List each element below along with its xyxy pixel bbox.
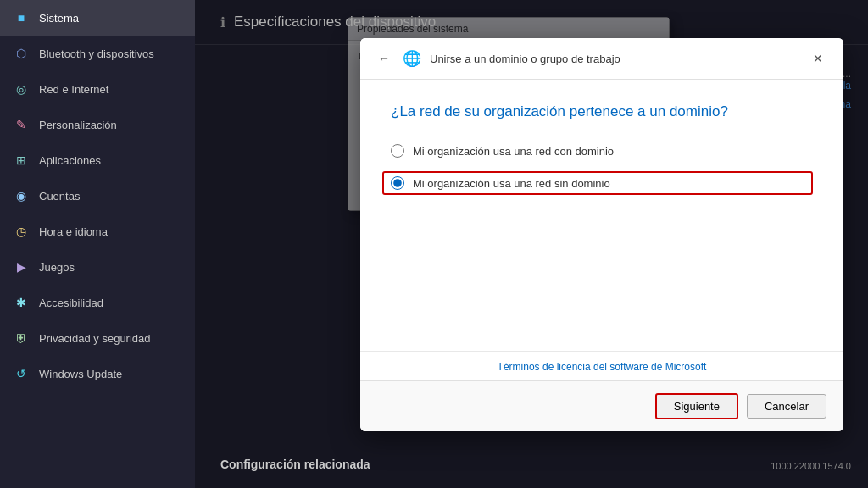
- sidebar-item-windows-update[interactable]: ↺ Windows Update: [0, 356, 195, 391]
- sidebar-label-accesibilidad: Accesibilidad: [39, 297, 103, 309]
- sidebar-label-bluetooth: Bluetooth y dispositivos: [39, 47, 154, 60]
- sidebar-label-juegos: Juegos: [39, 261, 75, 274]
- sidebar-item-bluetooth[interactable]: ⬡ Bluetooth y dispositivos: [0, 36, 195, 71]
- hora-icon: ◷: [14, 224, 29, 239]
- config-relacionada-label: Configuración relacionada: [220, 458, 843, 471]
- join-domain-dialog: ← 🌐 Unirse a un dominio o grupo de traba…: [360, 38, 843, 431]
- sistema-icon: ■: [14, 10, 29, 25]
- terms-link[interactable]: Términos de licencia del software de Mic…: [498, 361, 707, 373]
- sidebar-label-privacidad: Privacidad y seguridad: [39, 332, 151, 345]
- sidebar-item-cuentas[interactable]: ◉ Cuentas: [0, 178, 195, 214]
- dialog-question: ¿La red de su organización pertenece a u…: [391, 103, 813, 120]
- privacidad-icon: ⛨: [14, 330, 29, 346]
- version-text: 1000.22000.1574.0: [771, 461, 851, 471]
- cancelar-button[interactable]: Cancelar: [747, 394, 826, 419]
- sidebar-item-accesibilidad[interactable]: ✱ Accesibilidad: [0, 285, 195, 320]
- bottom-section: Configuración relacionada: [220, 458, 843, 471]
- sidebar-label-update: Windows Update: [39, 368, 122, 380]
- main-content: ℹ Especificaciones del dispositivo N... …: [195, 0, 868, 488]
- dialog-titlebar: ← 🌐 Unirse a un dominio o grupo de traba…: [360, 38, 843, 80]
- sidebar: ■ Sistema ⬡ Bluetooth y dispositivos ◎ R…: [0, 0, 195, 488]
- sidebar-label-sistema: Sistema: [39, 12, 79, 25]
- sidebar-item-personalizacion[interactable]: ✎ Personalización: [0, 107, 195, 142]
- radio-sin-dominio-label: Mi organización usa una red sin dominio: [413, 177, 610, 190]
- sidebar-label-cuentas: Cuentas: [39, 190, 80, 202]
- radio-dominio-input[interactable]: [391, 144, 404, 158]
- personalizacion-icon: ✎: [14, 117, 29, 132]
- dialog-body: ¿La red de su organización pertenece a u…: [360, 80, 843, 351]
- radio-option-dominio[interactable]: Mi organización usa una red con dominio: [391, 144, 813, 158]
- back-button[interactable]: ←: [374, 48, 394, 69]
- red-icon: ◎: [14, 81, 29, 97]
- sidebar-item-privacidad[interactable]: ⛨ Privacidad y seguridad: [0, 320, 195, 356]
- radio-dominio-label: Mi organización usa una red con dominio: [413, 145, 614, 158]
- sidebar-label-aplicaciones: Aplicaciones: [39, 154, 101, 167]
- aplicaciones-icon: ⊞: [14, 152, 29, 168]
- sidebar-label-hora: Hora e idioma: [39, 225, 108, 238]
- close-button[interactable]: ✕: [806, 47, 830, 70]
- radio-option-sin-dominio[interactable]: Mi organización usa una red sin dominio: [382, 171, 813, 195]
- bluetooth-icon: ⬡: [14, 46, 29, 61]
- dialog-title-left: ← 🌐 Unirse a un dominio o grupo de traba…: [374, 48, 620, 69]
- sidebar-item-hora[interactable]: ◷ Hora e idioma: [0, 214, 195, 249]
- sidebar-item-aplicaciones[interactable]: ⊞ Aplicaciones: [0, 142, 195, 178]
- update-icon: ↺: [14, 366, 29, 381]
- juegos-icon: ▶: [14, 259, 29, 274]
- dialog-footer: Siguiente Cancelar: [360, 380, 843, 431]
- radio-group: Mi organización usa una red con dominio …: [391, 144, 813, 195]
- dialog-title-text: Unirse a un dominio o grupo de trabajo: [430, 53, 620, 65]
- accesibilidad-icon: ✱: [14, 295, 29, 310]
- siguiente-button[interactable]: Siguiente: [655, 393, 738, 419]
- globe-icon: 🌐: [403, 49, 421, 68]
- radio-sin-dominio-input[interactable]: [391, 176, 404, 190]
- sidebar-item-red[interactable]: ◎ Red e Internet: [0, 71, 195, 107]
- sidebar-label-personalizacion: Personalización: [39, 119, 117, 131]
- sidebar-item-sistema[interactable]: ■ Sistema: [0, 0, 195, 36]
- sidebar-label-red: Red e Internet: [39, 83, 108, 96]
- cuentas-icon: ◉: [14, 188, 29, 203]
- sidebar-item-juegos[interactable]: ▶ Juegos: [0, 249, 195, 285]
